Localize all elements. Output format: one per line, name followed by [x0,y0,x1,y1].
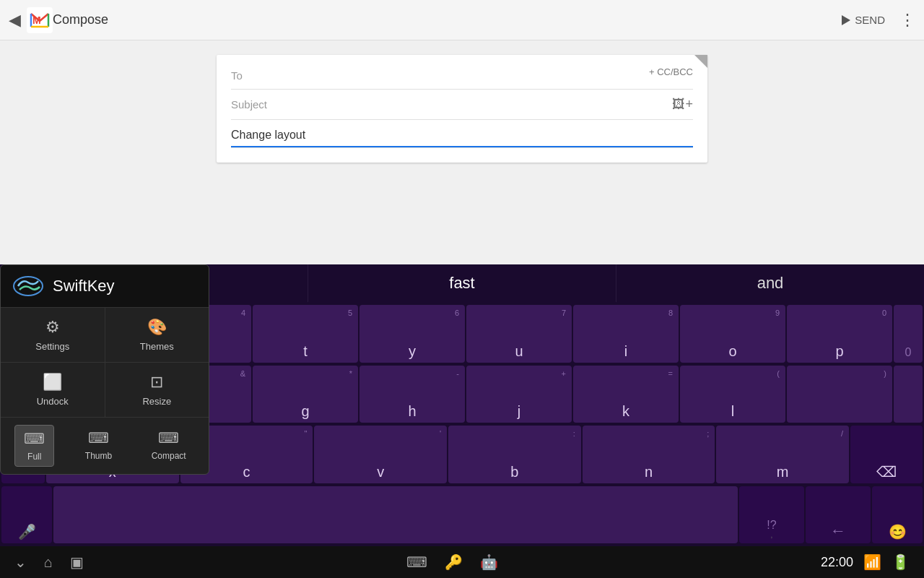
to-field-row: To [231,62,693,90]
android-nav-icon[interactable]: 🤖 [480,553,498,571]
key-h[interactable]: -h [359,366,465,423]
themes-menu-item[interactable]: 🎨 Themes [105,308,209,362]
swiftkey-logo-icon [12,275,44,297]
nav-center: ⌨ 🔑 🤖 [406,553,498,571]
recents-nav-icon[interactable]: ▣ [70,553,84,571]
back-nav-icon[interactable]: ⌄ [14,553,27,571]
key-emoji[interactable]: 😊 [872,486,923,544]
compose-card: + CC/BCC To Subject 🖼+ Change layout [217,55,707,163]
key-u[interactable]: 7u [466,305,572,363]
nav-bar: ⌄ ⌂ ▣ ⌨ 🔑 🤖 22:00 📶 🔋 [0,546,924,578]
key-k[interactable]: =k [573,366,679,423]
body-text: Change layout [231,129,693,147]
resize-label: Resize [142,396,171,407]
battery-icon: 🔋 [892,553,910,571]
compose-title: Compose [53,12,842,27]
key-l[interactable]: (l [680,366,785,423]
key-g[interactable]: *g [253,366,358,423]
to-label: To [231,69,274,82]
top-bar: ◀ M Compose SEND ⋮ [0,0,924,40]
key-punctuation[interactable]: !? , [739,486,804,544]
svg-text:M: M [32,14,41,26]
key-p[interactable]: 0p [787,305,892,363]
subject-input[interactable] [274,98,672,111]
undock-menu-item[interactable]: ⬜ Undock [1,363,105,417]
compact-layout-label: Compact [152,451,186,461]
body-field-row: Change layout [231,120,693,148]
key-y[interactable]: 6y [359,305,465,363]
gmail-icon: M [27,7,53,33]
nav-right: 22:00 📶 🔋 [821,553,910,571]
undock-icon: ⬜ [43,373,62,392]
send-label: SEND [855,14,885,26]
send-button[interactable]: SEND [842,14,885,26]
key-row-4: 🎤 !? , ← 😊 [0,485,924,545]
more-options-button[interactable]: ⋮ [899,11,915,30]
corner-indicator [694,55,707,68]
settings-icon: ⚙ [45,318,60,337]
swiftkey-logo-text: SwiftKey [53,277,115,296]
suggestion-center[interactable]: fast [308,264,616,302]
undock-label: Undock [37,396,69,407]
key-j[interactable]: +j [466,366,572,423]
themes-label: Themes [140,341,174,352]
menu-row-middle: ⬜ Undock ⊡ Resize [1,362,209,417]
full-layout-label: Full [27,452,41,462]
subject-field-row: Subject 🖼+ [231,90,693,120]
key-space[interactable] [53,486,738,544]
layout-compact[interactable]: ⌨ Compact [143,425,195,467]
key-m[interactable]: /m [716,426,849,483]
keyboard-nav-icon[interactable]: ⌨ [406,553,427,571]
send-icon [842,15,850,25]
key-i[interactable]: 8i [573,305,679,363]
layout-thumb[interactable]: ⌨ Thumb [77,425,121,467]
thumb-layout-icon: ⌨ [88,429,109,447]
suggestion-right[interactable]: and [616,264,924,302]
attach-image-button[interactable]: 🖼+ [672,97,693,112]
clock: 22:00 [821,555,853,570]
nav-left: ⌄ ⌂ ▣ [14,553,84,571]
keyboard-area: of fast and # 3e 4r 5t 6y 7u 8i 9o 0p 0 [0,264,924,546]
key-n[interactable]: ;n [583,426,715,483]
key-cut-right2[interactable] [894,366,923,423]
key-enter-left[interactable]: ← [806,486,871,544]
key-backspace[interactable]: ⌫ [850,426,923,483]
key-v[interactable]: 'v [314,426,447,483]
back-button[interactable]: ◀ [9,11,21,30]
menu-row-top: ⚙ Settings 🎨 Themes [1,307,209,362]
compact-layout-icon: ⌨ [158,429,179,447]
swiftkey-nav-icon[interactable]: 🔑 [445,553,463,571]
key-b[interactable]: :b [448,426,581,483]
compose-area: + CC/BCC To Subject 🖼+ Change layout [0,40,924,264]
swiftkey-logo-bar: SwiftKey [1,265,209,307]
swiftkey-menu: SwiftKey ⚙ Settings 🎨 Themes ⬜ Undock ⊡ … [0,264,209,475]
full-layout-icon: ⌨ [24,430,45,447]
home-nav-icon[interactable]: ⌂ [44,554,53,571]
key-mic[interactable]: 🎤 [1,486,52,544]
key-o[interactable]: 9o [680,305,785,363]
wifi-icon: 📶 [863,553,881,571]
key-t[interactable]: 5t [253,305,358,363]
layout-row: ⌨ Full ⌨ Thumb ⌨ Compact [1,417,209,474]
key-0-cut[interactable]: 0 [894,305,923,363]
cc-bcc-button[interactable]: + CC/BCC [649,66,693,77]
resize-menu-item[interactable]: ⊡ Resize [105,363,209,417]
key-paren-right[interactable]: ) [787,366,892,423]
subject-label: Subject [231,98,274,111]
to-input[interactable] [274,69,693,82]
themes-icon: 🎨 [147,318,167,337]
thumb-layout-label: Thumb [85,451,112,461]
settings-menu-item[interactable]: ⚙ Settings [1,308,105,362]
layout-full[interactable]: ⌨ Full [14,425,54,467]
settings-label: Settings [35,341,69,352]
resize-icon: ⊡ [150,373,163,392]
